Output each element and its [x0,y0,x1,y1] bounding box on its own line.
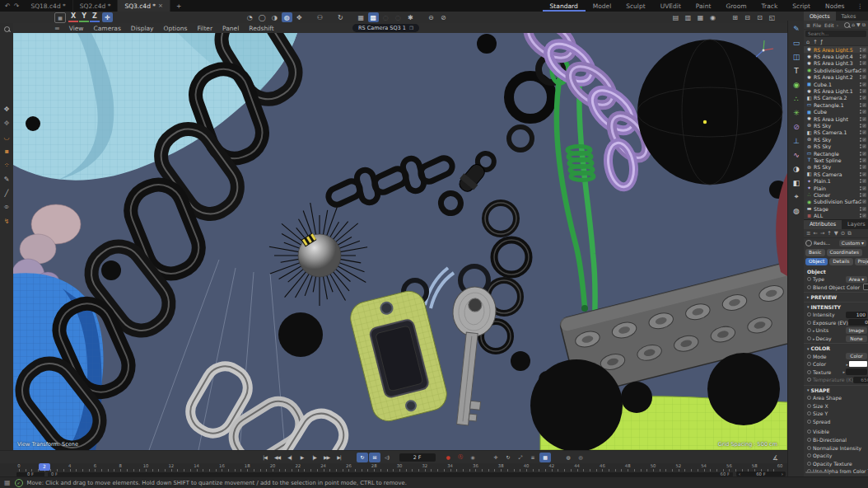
attribute-value-field[interactable]: 100 [846,312,867,318]
enable-checkbox[interactable]: ✓ [862,138,866,142]
symmetry-tool[interactable]: ✳ [790,106,803,119]
layout-custom-icon[interactable]: ◱ [767,12,777,22]
enable-checkbox[interactable]: ✓ [862,103,866,107]
object-tree-item[interactable]: ≣ALL✓ [804,212,868,218]
pen-tool[interactable]: ✎ [2,173,12,185]
axis-gizmo[interactable] [751,38,776,63]
quantize-toggle[interactable]: ⊞ [369,453,380,462]
object-toggles[interactable]: ✓ [860,82,866,87]
key-params-button[interactable]: ≡ [527,453,539,462]
crumb-home-icon[interactable]: ⌂ [806,39,810,45]
visibility-dots-icon[interactable] [860,144,861,148]
enable-checkbox[interactable]: ✓ [862,144,866,148]
delete-tool-icon[interactable]: ⊘ [438,12,449,22]
enable-checkbox[interactable]: ✓ [862,207,866,211]
workspace-tab-nodes[interactable]: Nodes [818,0,852,12]
expand-arrow-icon[interactable]: ▸ [813,328,815,333]
next-key-button[interactable]: ▶▶ [321,453,333,462]
workspace-tab-model[interactable]: Model [586,0,619,12]
sound-toggle[interactable]: ◁) [381,453,393,462]
object-tree-item[interactable]: ◧RS Camera✓ [804,171,868,177]
keyframe-dot-icon[interactable] [807,378,811,382]
interactive-render-icon[interactable]: ◉ [707,12,718,22]
workspace-tab-uvedit[interactable]: UVEdit [653,0,688,12]
move-points-tool[interactable]: ✥ [2,103,12,115]
lock-icon[interactable]: ⊙ [841,230,845,237]
status-grid-icon[interactable]: ▦ [4,479,11,486]
keyframe-dot-icon[interactable] [807,411,811,415]
section-header-object[interactable]: Object [804,267,868,275]
goto-end-button[interactable]: ▶| [334,453,345,462]
attr-tab-coordinates[interactable]: Coordinates [827,249,862,256]
keyframe-dot-icon[interactable] [807,438,811,442]
viewport-menu-options[interactable]: Options [159,25,193,32]
crumb-filter-icon[interactable]: ƒ [821,39,823,45]
keyframe-dot-icon[interactable] [807,321,811,325]
viewport-canvas[interactable]: View Transform: Scene Grid Spacing : 500… [13,33,787,450]
object-tree-item[interactable]: ▭Rectangle✓ [804,150,868,157]
viewport-menu-view[interactable]: View [64,25,89,32]
object-toggles[interactable]: ✓ [860,165,866,169]
measure-tool[interactable]: ⌯ [2,201,12,213]
visibility-dots-icon[interactable] [860,110,861,114]
timeline-playhead[interactable]: 2 [39,463,50,471]
snap-toggle-icon[interactable]: ▩ [368,12,379,22]
object-tree-item[interactable]: ⊚RS Sky✓ [804,136,868,143]
attribute-value-dropdown[interactable]: None [846,336,867,342]
goto-start-button[interactable]: |◀ [259,453,271,462]
crumb-up-icon[interactable]: ↑ [813,39,817,45]
enable-checkbox[interactable]: ✓ [862,54,866,59]
section-header-intensity[interactable]: ▾INTENSITY [804,302,868,311]
polygon-tool[interactable]: ▪ [2,145,12,157]
enable-checkbox[interactable]: ✓ [862,165,866,169]
attribute-row[interactable]: Exposure (EV)0 [804,319,868,327]
object-toggles[interactable]: ✓ [860,158,866,162]
visibility-dots-icon[interactable] [860,103,861,107]
attribute-row[interactable]: ▸DecayNone [804,335,868,343]
visibility-dots-icon[interactable] [860,82,861,87]
object-toggles[interactable]: ✓ [860,186,866,190]
enable-checkbox[interactable]: ✓ [862,82,866,87]
prev-key-button[interactable]: ◀◀ [272,453,283,462]
object-toggles[interactable]: ✓ [860,96,866,100]
object-tree-item[interactable]: TText Spline✓ [804,157,868,163]
layout-quad-icon[interactable]: ⊡ [754,12,765,22]
play-button[interactable]: ▶ [296,453,308,462]
document-tab[interactable]: SQ2.c4d * [73,0,119,12]
object-toggles[interactable]: ✓ [860,61,866,65]
object-tree-item[interactable]: ✺RS Area Light.4✓ [804,53,868,59]
keyframe-dot-icon[interactable] [807,328,811,332]
enable-checkbox[interactable]: ✓ [862,214,866,218]
keyframe-dot-icon[interactable] [807,285,811,289]
attribute-row[interactable]: Visible [804,428,868,436]
text-tool[interactable]: T [790,64,803,77]
visibility-dots-icon[interactable] [860,186,861,190]
expand-arrow-icon[interactable]: ▸ [813,336,815,341]
spline-pen-tool[interactable]: ✎ [790,22,803,35]
object-toggles[interactable]: ✓ [860,138,866,142]
filter-icon[interactable]: ▼ [834,230,838,237]
object-toggles[interactable]: ✓ [860,199,866,204]
attribute-value-field[interactable]: 6500 [853,377,868,383]
color-swatch[interactable] [849,361,867,367]
keyframe-dot-icon[interactable] [807,336,811,340]
keyframe-dot-icon[interactable] [807,354,811,359]
object-tree-item[interactable]: ◉Subdivision Surface.1✓ [804,67,868,73]
attribute-row[interactable]: Temperature (K)6500 [804,376,868,384]
visibility-dots-icon[interactable] [860,54,861,59]
workspace-more-icon[interactable]: ⋮ [852,0,868,12]
attribute-value-dropdown[interactable]: Image [846,327,867,334]
visibility-dots-icon[interactable] [860,179,861,183]
attribute-row[interactable]: Intensity100 [804,311,868,319]
attribute-row[interactable]: Opacity [804,452,868,460]
timeline-ruler[interactable] [19,469,780,472]
attr-menu-icon[interactable]: ≡ [806,230,810,237]
enable-checkbox[interactable]: ✓ [862,96,866,100]
object-tree-item[interactable]: ◉Subdivision Surface✓ [804,199,868,205]
workspace-tab-sculpt[interactable]: Sculpt [618,0,652,12]
objects-menu-icon[interactable]: ≣ [806,22,810,28]
object-toggles[interactable]: ✓ [860,103,866,107]
key-pla-button[interactable]: ▩ [539,453,551,462]
enable-checkbox[interactable]: ✓ [862,89,866,93]
enable-checkbox[interactable]: ✓ [862,68,866,73]
